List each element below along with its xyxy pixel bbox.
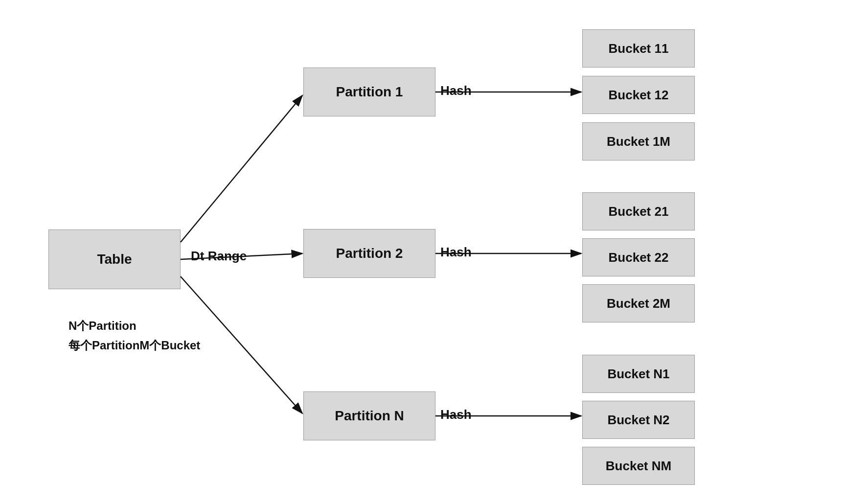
partition2-box: Partition 2 xyxy=(303,229,435,278)
svg-line-1 xyxy=(181,95,302,242)
partition1-box: Partition 1 xyxy=(303,68,435,116)
partitionN-box: Partition N xyxy=(303,391,435,440)
dt-range-label: Dt Range xyxy=(191,249,247,264)
hash2-label: Hash xyxy=(440,245,472,260)
bucket-2m: Bucket 2M xyxy=(582,284,695,322)
partition2-label: Partition 2 xyxy=(336,246,403,261)
bucket-1m: Bucket 1M xyxy=(582,122,695,160)
hash1-label: Hash xyxy=(440,83,472,98)
annotation-m-bucket: 每个PartitionM个Bucket xyxy=(69,338,200,353)
partition1-label: Partition 1 xyxy=(336,84,403,100)
hashn-label: Hash xyxy=(440,407,472,422)
annotation-n-partition: N个Partition xyxy=(69,318,137,334)
bucket-n1: Bucket N1 xyxy=(582,355,695,393)
bucket-22: Bucket 22 xyxy=(582,238,695,276)
bucket-21: Bucket 21 xyxy=(582,192,695,230)
table-label: Table xyxy=(97,252,132,267)
table-box: Table xyxy=(48,229,181,289)
diagram-container: Table Partition 1 Partition 2 Partition … xyxy=(0,0,868,504)
bucket-11: Bucket 11 xyxy=(582,29,695,68)
bucket-n2: Bucket N2 xyxy=(582,401,695,439)
partitionN-label: Partition N xyxy=(335,408,404,424)
bucket-nm: Bucket NM xyxy=(582,447,695,485)
bucket-12: Bucket 12 xyxy=(582,76,695,114)
